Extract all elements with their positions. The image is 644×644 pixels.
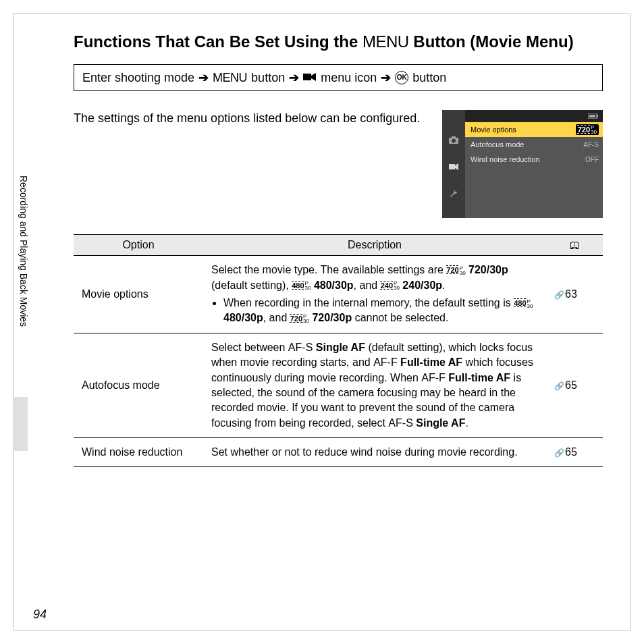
resolution-icon: 240P30 bbox=[381, 281, 400, 290]
svg-rect-5 bbox=[449, 164, 455, 169]
table-row: Autofocus mode Select between AF-S Singl… bbox=[74, 333, 603, 437]
af-s-glyph: AF-S bbox=[288, 342, 313, 353]
movie-camera-icon bbox=[303, 71, 317, 85]
table-row: Wind noise reduction Set whether or not … bbox=[74, 438, 603, 467]
cam-row-label: Autofocus mode bbox=[471, 140, 525, 149]
svg-marker-6 bbox=[455, 163, 458, 170]
page-title: Functions That Can Be Set Using the MENU… bbox=[74, 31, 603, 52]
svg-rect-8 bbox=[589, 115, 595, 117]
section-side-tab: Recording and Playing Back Movies bbox=[14, 173, 34, 443]
cam-menu-row: Movie options 720P30 bbox=[465, 122, 603, 137]
wrench-icon bbox=[448, 188, 459, 199]
side-label: Recording and Playing Back Movies bbox=[14, 173, 29, 392]
af-f-glyph: AF-F bbox=[373, 356, 398, 368]
side-thumb-tab bbox=[14, 397, 28, 451]
resolution-icon: 480P30 bbox=[514, 299, 533, 308]
arrow-icon: ➔ bbox=[289, 70, 299, 85]
page-number: 94 bbox=[33, 608, 47, 622]
movie-camera-icon bbox=[448, 161, 459, 172]
options-table: Option Description 🕮 Movie options Selec… bbox=[74, 234, 603, 467]
svg-point-4 bbox=[452, 138, 456, 142]
cam-row-value: 720P30 bbox=[576, 124, 599, 135]
cam-battery-icon bbox=[465, 110, 603, 122]
resolution-icon: 480P30 bbox=[292, 281, 311, 290]
option-description: Set whether or not to reduce wind noise … bbox=[203, 438, 546, 467]
option-description: Select the movie type. The available set… bbox=[203, 256, 546, 333]
svg-marker-1 bbox=[311, 73, 316, 81]
page-reference: 65 bbox=[546, 333, 603, 437]
camera-menu-screenshot: Movie options 720P30 Autofocus mode AF-S… bbox=[442, 110, 603, 218]
th-option: Option bbox=[74, 235, 203, 256]
breadcrumb: Enter shooting mode ➔ MENU button ➔ menu… bbox=[74, 64, 603, 91]
arrow-icon: ➔ bbox=[198, 70, 209, 85]
page-reference: 63 bbox=[546, 256, 603, 333]
cam-menu-row: Autofocus mode AF-S bbox=[465, 137, 603, 152]
af-s-glyph: AF-S bbox=[388, 417, 412, 429]
svg-rect-3 bbox=[452, 136, 456, 138]
page-reference: 65 bbox=[546, 438, 603, 467]
cam-row-label: Wind noise reduction bbox=[471, 155, 540, 163]
title-pre: Functions That Can Be Set Using the bbox=[74, 32, 363, 51]
menu-glyph: MENU bbox=[213, 71, 247, 85]
af-f-glyph: AF-F bbox=[421, 372, 446, 383]
th-description: Description bbox=[203, 235, 546, 256]
title-post: Button (Movie Menu) bbox=[409, 32, 574, 51]
reference-icon bbox=[554, 446, 565, 458]
bc-step1: Enter shooting mode bbox=[82, 71, 194, 85]
reference-icon bbox=[554, 288, 565, 300]
cam-left-icons bbox=[442, 110, 465, 218]
reference-icon bbox=[554, 379, 565, 391]
bc-step4-post: button bbox=[412, 71, 446, 85]
bc-step2-post: button bbox=[251, 71, 285, 85]
option-name: Autofocus mode bbox=[74, 333, 203, 437]
arrow-icon: ➔ bbox=[381, 70, 391, 85]
svg-rect-0 bbox=[303, 74, 311, 80]
svg-rect-9 bbox=[597, 115, 598, 117]
resolution-icon: 720P30 bbox=[290, 314, 309, 323]
ok-button-icon: OK bbox=[395, 71, 408, 84]
option-name: Movie options bbox=[74, 256, 203, 333]
cam-menu-row: Wind noise reduction OFF bbox=[465, 152, 603, 167]
intro-text: The settings of the menu options listed … bbox=[74, 110, 430, 218]
cam-row-value: OFF bbox=[585, 156, 599, 163]
bc-step3-post: menu icon bbox=[321, 71, 377, 85]
book-icon: 🕮 bbox=[570, 239, 580, 250]
menu-glyph: MENU bbox=[363, 32, 409, 51]
manual-page: Functions That Can Be Set Using the MENU… bbox=[14, 14, 630, 630]
cam-row-value: AF-S bbox=[583, 141, 599, 149]
option-description: Select between AF-S Single AF (default s… bbox=[203, 333, 546, 437]
resolution-icon: 720P30 bbox=[446, 266, 465, 275]
table-row: Movie options Select the movie type. The… bbox=[74, 256, 603, 333]
option-name: Wind noise reduction bbox=[74, 438, 203, 467]
cam-row-label: Movie options bbox=[471, 126, 516, 134]
th-reference-icon: 🕮 bbox=[546, 235, 603, 256]
camera-icon bbox=[448, 134, 459, 145]
